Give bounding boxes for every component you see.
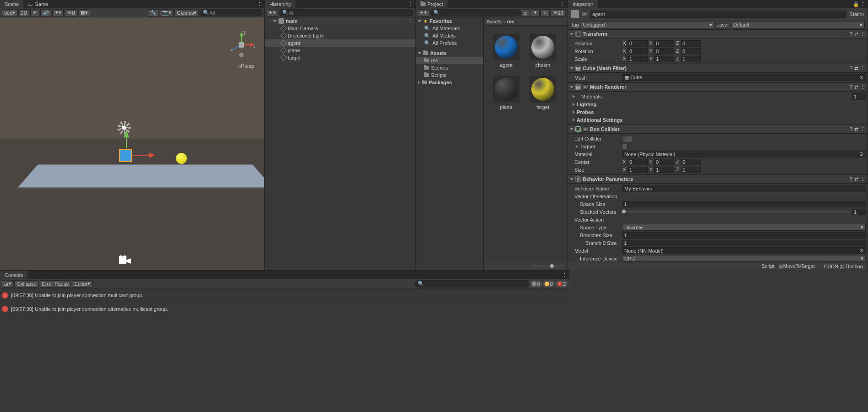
component-menu-icon[interactable]: ⋮ xyxy=(860,31,866,37)
material-asset[interactable]: plane xyxy=(492,76,520,110)
hierarchy-item[interactable]: plane xyxy=(265,47,415,54)
object-picker-icon[interactable]: ⊙ xyxy=(859,248,863,254)
behavior-name-field[interactable] xyxy=(622,185,866,192)
preset-icon[interactable]: ⇄ xyxy=(854,65,858,71)
create-dropdown[interactable]: + ▾ xyxy=(418,9,429,16)
static-dropdown[interactable]: Static▾ xyxy=(849,11,865,17)
mesh-field[interactable]: ▦ Cube⊙ xyxy=(622,74,866,81)
pos-y-field[interactable] xyxy=(654,40,674,47)
tag-dropdown[interactable]: Untagged▾ xyxy=(581,21,715,28)
agent-object[interactable] xyxy=(119,149,132,162)
favorite-search[interactable]: 🔍All Prefabs xyxy=(416,39,483,47)
console-search[interactable]: 🔍 xyxy=(415,280,529,287)
panel-menu-icon[interactable]: ⋮ xyxy=(257,1,262,7)
console-search-input[interactable] xyxy=(424,281,526,287)
material-asset[interactable]: agent xyxy=(492,34,520,68)
pos-x-field[interactable] xyxy=(628,40,648,47)
favorite-search[interactable]: 🔍All Materials xyxy=(416,25,483,32)
fx-toggle-icon[interactable]: ✦▾ xyxy=(52,9,64,16)
space-size-field[interactable] xyxy=(622,201,866,207)
meshrenderer-header[interactable]: ▦Mesh Renderer?⇄⋮ xyxy=(568,82,868,92)
foldout-icon[interactable] xyxy=(418,52,421,54)
grid-size-slider[interactable] xyxy=(484,262,568,270)
warn-count-badge[interactable]: !0 xyxy=(543,281,555,287)
camera-dropdown-icon[interactable]: 📷▾ xyxy=(160,9,174,16)
error-count-badge[interactable]: !2 xyxy=(556,281,568,287)
behavior-header[interactable]: #Behavior Parameters?⇄⋮ xyxy=(568,174,868,184)
target-object[interactable] xyxy=(176,153,187,164)
folder-item-selected[interactable]: res xyxy=(416,57,483,64)
hierarchy-search[interactable]: 🔍 xyxy=(279,9,414,16)
size-z[interactable] xyxy=(681,167,701,173)
lock-icon[interactable]: 🔒 xyxy=(853,1,859,7)
object-picker-icon[interactable]: ⊙ xyxy=(859,151,863,157)
stacked-slider[interactable] xyxy=(622,211,850,212)
hidden-count[interactable]: 👁13 xyxy=(551,9,566,16)
scl-y-field[interactable] xyxy=(654,56,674,62)
camera-gizmo-icon[interactable] xyxy=(117,255,133,266)
tab-project[interactable]: Project xyxy=(416,0,448,8)
folder-item[interactable]: Scenes xyxy=(416,64,483,71)
breadcrumb-item[interactable]: res xyxy=(507,19,515,24)
model-field[interactable]: None (NN Model)⊙ xyxy=(622,247,866,254)
panel-menu-icon[interactable]: ⋮ xyxy=(560,1,566,7)
preset-icon[interactable]: ⇄ xyxy=(854,31,858,37)
panel-menu-icon[interactable]: ⋮ xyxy=(562,272,568,278)
meshfilter-header[interactable]: ▦Cube (Mesh Filter)?⇄⋮ xyxy=(568,64,868,73)
hierarchy-item[interactable]: Main Camera xyxy=(265,25,415,32)
grid-toggle-icon[interactable]: ▦▾ xyxy=(78,9,90,16)
istrigger-checkbox[interactable] xyxy=(622,144,628,149)
orientation-gizmo[interactable]: y x z xyxy=(228,31,255,59)
log-entry[interactable]: ![09:57:30] Unable to join player connec… xyxy=(0,288,569,302)
scl-z-field[interactable] xyxy=(681,56,701,62)
gameobject-name-field[interactable] xyxy=(590,11,846,18)
project-search[interactable]: 🔍 xyxy=(430,9,520,16)
rot-y-field[interactable] xyxy=(654,48,674,54)
inference-device-dropdown[interactable]: CPU▾ xyxy=(622,255,866,262)
clear-button[interactable]: ar ▾ xyxy=(2,280,14,287)
panel-menu[interactable]: 🔒 ⋮ xyxy=(853,1,866,7)
tab-game[interactable]: ▭Game xyxy=(23,0,53,8)
pos-z-field[interactable] xyxy=(681,40,701,47)
edit-collider-button[interactable]: ⬚ xyxy=(622,135,633,142)
size-y[interactable] xyxy=(654,167,674,173)
help-icon[interactable]: ? xyxy=(850,31,852,37)
hierarchy-item[interactable]: Directional Light xyxy=(265,32,415,39)
2d-toggle[interactable]: 2D xyxy=(18,9,29,16)
foldout-icon[interactable] xyxy=(418,81,420,84)
scene-viewport[interactable]: y x z ◁Persp xyxy=(0,17,264,270)
lighting-foldout[interactable]: Lighting xyxy=(570,100,866,108)
visibility-toggle-icon[interactable]: 👁0 xyxy=(65,9,77,16)
foldout-icon[interactable] xyxy=(418,20,421,22)
editor-button[interactable]: Editor ▾ xyxy=(72,280,93,287)
tab-scene[interactable]: Scene xyxy=(0,0,23,8)
hierarchy-search-input[interactable] xyxy=(289,10,410,16)
errorpause-button[interactable]: Error Pause xyxy=(40,280,71,287)
rot-x-field[interactable] xyxy=(628,48,648,54)
probes-foldout[interactable]: Probes xyxy=(570,108,866,116)
hierarchy-item-selected[interactable]: agent xyxy=(265,39,415,47)
foldout-icon[interactable] xyxy=(273,20,277,22)
object-picker-icon[interactable]: ⊙ xyxy=(859,75,863,81)
foldout-icon[interactable] xyxy=(570,33,573,35)
scene-search[interactable]: 🔍 xyxy=(200,9,262,16)
material-asset[interactable]: chasm xyxy=(529,34,557,68)
scene-row[interactable]: main⋮ xyxy=(265,17,415,25)
panel-menu-icon[interactable]: ⋮ xyxy=(408,1,414,7)
help-icon[interactable]: ? xyxy=(850,65,852,71)
assets-row[interactable]: Assets xyxy=(416,49,483,57)
space-type-dropdown[interactable]: Discrete▾ xyxy=(622,224,866,231)
move-x-handle[interactable] xyxy=(132,155,150,156)
shading-dropdown[interactable]: ded ▾ xyxy=(2,9,17,16)
create-dropdown[interactable]: + ▾ xyxy=(267,9,278,16)
panel-menu-icon[interactable]: ⋮ xyxy=(860,1,866,7)
transform-header[interactable]: ⬚Transform?⇄⋮ xyxy=(568,29,868,38)
material-asset[interactable]: target xyxy=(529,76,557,110)
info-count-badge[interactable]: i0 xyxy=(530,281,542,287)
materials-count[interactable] xyxy=(852,93,866,100)
log-entry[interactable]: ![09:57:30] Unable to join player connec… xyxy=(0,302,569,316)
save-search-icon[interactable]: ☆ xyxy=(540,9,550,16)
boxcollider-header[interactable]: □Box Collider?⇄⋮ xyxy=(568,125,868,134)
breadcrumb-item[interactable]: Assets xyxy=(486,19,502,24)
packages-row[interactable]: Packages xyxy=(416,79,483,86)
